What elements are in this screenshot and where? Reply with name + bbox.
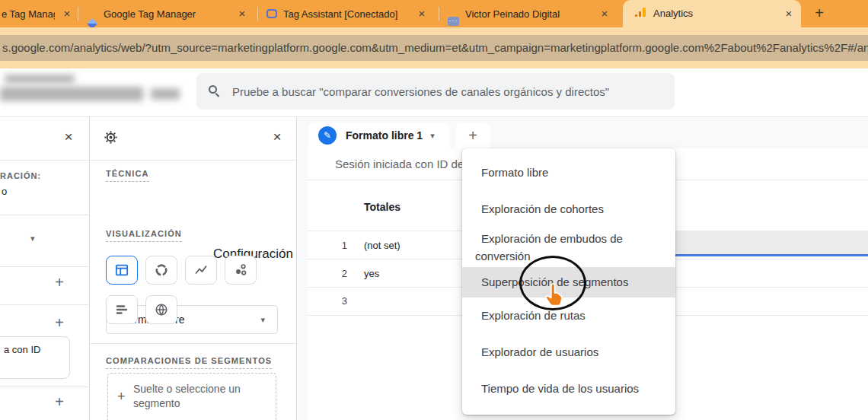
browser-tab-analytics-active[interactable]: Analytics × (623, 0, 801, 27)
tab-title: Google Tag Manager (104, 8, 196, 20)
pencil-icon: ✎ (318, 126, 337, 145)
tab-separator (257, 7, 258, 21)
search-input[interactable]: Pruebe a buscar "comparar conversiones d… (196, 73, 675, 110)
browser-tab-bar: e Tag Manag × Google Tag Manager × Tag A… (0, 0, 868, 27)
line-chart-icon (193, 262, 209, 278)
viz-bar-button[interactable] (106, 295, 138, 324)
tab-separator (78, 7, 78, 21)
add-exploration-tab-button[interactable]: + (455, 123, 490, 148)
divider (90, 343, 297, 344)
tab-title: e Tag Manag (2, 8, 55, 20)
totals-row-label: Totales (364, 201, 400, 213)
divider (0, 266, 90, 267)
menu-item-formato-libre[interactable]: Formato libre (462, 154, 675, 191)
exploration-tab-label: Formato libre 1 (346, 129, 423, 142)
tab-close-icon[interactable]: × (598, 8, 611, 20)
close-icon[interactable]: × (270, 129, 285, 145)
tab-title: Analytics (653, 8, 693, 19)
cursor-hand-icon (541, 283, 566, 312)
close-icon[interactable]: × (61, 129, 76, 145)
row-number: 1 (337, 240, 347, 251)
toolbar-strip (0, 27, 868, 35)
address-bar[interactable]: s.google.com/analytics/web/?utm_source=m… (0, 35, 868, 61)
table-icon (114, 262, 129, 278)
tab-close-icon[interactable]: × (783, 8, 795, 20)
technique-label: TÉCNICA (106, 169, 149, 182)
add-dimension-button[interactable]: + (52, 274, 67, 291)
tab-separator (439, 7, 439, 21)
gear-icon (104, 130, 118, 145)
segment-comparisons-label: COMPARACIONES DE SEGMENTOS (106, 356, 272, 369)
settings-panel: Configuración × TÉCNICA Formato libre ▾ … (90, 117, 297, 420)
chevron-down-icon[interactable]: ▾ (30, 234, 35, 243)
divider (0, 215, 90, 215)
variables-panel: × RACIÓN: o ▾ + + a con ID + (0, 117, 90, 420)
toolbar-strip (0, 61, 868, 68)
viz-table-button[interactable] (106, 256, 138, 285)
divider (0, 387, 90, 387)
segment-dropzone-text: Suelte o seleccione un segmento (133, 382, 267, 411)
tab-close-icon[interactable]: × (416, 8, 428, 20)
browser-tab-victor-peinado[interactable]: ··· Victor Peinado Digital (448, 0, 600, 27)
url-text: s.google.com/analytics/web/?utm_source=m… (0, 35, 868, 61)
divider (0, 160, 90, 161)
tag-assistant-icon (266, 9, 277, 18)
site-icon: ··· (448, 17, 459, 26)
technique-value: Formato libre (122, 313, 260, 326)
plus-icon: + (117, 389, 126, 405)
analytics-logo-icon (635, 8, 646, 17)
add-metric-button[interactable]: + (52, 314, 67, 332)
menu-item-cohortes[interactable]: Exploración de cohortes (462, 191, 675, 228)
segment-dropzone[interactable]: + Suelte o seleccione un segmento (107, 373, 276, 420)
chevron-down-icon: ▾ (260, 315, 265, 325)
blurred-badge (151, 88, 180, 100)
blurred-property-text (0, 87, 143, 101)
tab-close-icon[interactable]: × (61, 8, 73, 20)
chevron-down-icon: ▾ (430, 131, 435, 141)
donut-chart-icon (154, 262, 169, 278)
browser-tab-gtm[interactable]: Google Tag Manager (85, 0, 257, 27)
viz-geo-button[interactable] (145, 295, 177, 324)
divider (90, 160, 297, 161)
row-value: yes (364, 268, 379, 279)
exploration-name-label: RACIÓN: (0, 171, 41, 180)
new-tab-button[interactable]: + (810, 5, 828, 23)
divider (0, 304, 90, 305)
viz-donut-button[interactable] (145, 256, 177, 285)
row-number: 3 (337, 295, 347, 307)
dimension-chip-label: a con ID (4, 344, 40, 355)
tab-title: Tag Assistant [Conectado] (283, 8, 397, 20)
browser-tab-tag-assistant[interactable]: Tag Assistant [Conectado] (266, 0, 419, 27)
analytics-header: Pruebe a buscar "comparar conversiones d… (0, 68, 868, 117)
tab-close-icon[interactable]: × (236, 8, 248, 20)
row-value: (not set) (364, 240, 400, 251)
visualization-label: VISUALIZACIÓN (106, 229, 182, 242)
viz-line-button[interactable] (185, 256, 217, 285)
menu-item-tiempo-vida[interactable]: Tiempo de vida de los usuarios (462, 371, 675, 407)
tab-title: Victor Peinado Digital (465, 8, 560, 20)
scatter-chart-icon (233, 262, 248, 278)
exploration-tab-formato-libre-1[interactable]: ✎ Formato libre 1 ▾ (308, 123, 450, 148)
search-icon (209, 85, 221, 97)
bar-chart-icon (114, 302, 129, 317)
globe-icon (154, 302, 169, 317)
menu-item-explorador-usuarios[interactable]: Explorador de usuarios (462, 334, 675, 371)
dimension-column-header: Sesión iniciada con ID de u (335, 158, 474, 170)
search-placeholder: Pruebe a buscar "comparar conversiones d… (232, 85, 609, 98)
row-number: 2 (337, 268, 347, 279)
dimension-chip[interactable]: a con ID (0, 336, 70, 379)
blurred-account-text (5, 75, 75, 83)
add-item-button[interactable]: + (52, 393, 67, 411)
exploration-name-value: o (2, 186, 7, 197)
viz-scatter-button[interactable] (225, 256, 257, 285)
